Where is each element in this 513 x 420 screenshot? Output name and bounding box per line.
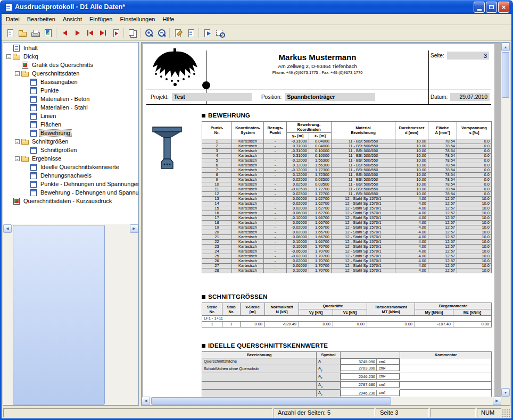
preview-v-scrollbar[interactable]: ▲ ▼ [501, 43, 510, 397]
new-document-button[interactable] [3, 27, 16, 39]
scroll-track[interactable] [150, 397, 493, 405]
menu-item-bearbeiten[interactable]: Bearbeiten [23, 14, 59, 24]
scroll-right-button[interactable]: ▶ [130, 224, 138, 233]
close-icon: × [502, 4, 506, 11]
cell: 1.70700 [309, 268, 332, 273]
page-first-button[interactable] [84, 27, 96, 39]
tree-h-scrollbar[interactable]: ◀ ▶ [3, 224, 138, 405]
cell: 0.00 [367, 322, 415, 327]
notes-button[interactable] [184, 27, 197, 39]
tree-expander-icon[interactable]: - [15, 156, 20, 161]
zoom-out-button[interactable] [155, 27, 168, 39]
scroll-thumb[interactable] [502, 52, 509, 98]
tree-item-linien[interactable]: Linien [3, 112, 138, 120]
export-button[interactable] [201, 27, 213, 39]
menu-item-hilfe[interactable]: Hilfe [159, 14, 178, 24]
tree-item-inhalt[interactable]: Inhalt [3, 44, 138, 52]
tree-item-querschnittsdaten-kurzausdruck[interactable]: Querschnittsdaten - Kurzausdruck [3, 197, 138, 205]
zoom-in-button[interactable] [142, 27, 155, 39]
menu-item-ansicht[interactable]: Ansicht [59, 14, 86, 24]
menu-item-einstellungen[interactable]: Einstellungen [116, 14, 159, 24]
col-header: Biegemomente [415, 303, 492, 309]
cell: Kartesisch [232, 182, 264, 187]
scroll-thumb[interactable] [151, 397, 391, 405]
preview-h-scrollbar[interactable]: ◀ ▶ [142, 397, 501, 405]
tree-item-dickq[interactable]: -Dickq [3, 52, 138, 61]
bewehrung-row: 2Kartesisch-0.310000.0400011 - BSt 500/5… [202, 144, 492, 149]
tree-expander-icon[interactable]: - [15, 71, 20, 76]
scroll-up-button[interactable]: ▲ [501, 43, 510, 51]
bewehrung-row: 22Kartesisch-0.100001.6670012 - Stahl Sp… [202, 240, 492, 245]
graphic-icon [21, 62, 29, 69]
scroll-thumb[interactable] [13, 225, 105, 405]
print-button[interactable] [29, 27, 42, 39]
tree-item-basisangaben[interactable]: Basisangaben [3, 78, 138, 86]
tree-item-punkte-dehnungen-und-spannungen[interactable]: Punkte - Dehnungen und Spannungen [3, 180, 138, 188]
tree-item-ideelle-querschnittskennwerte[interactable]: Ideelle Querschnittskennwerte [3, 163, 138, 171]
page-last-button[interactable] [96, 27, 109, 39]
preview-area[interactable]: Markus Mustermann Am Zellweg 2, D-93464 … [142, 43, 501, 397]
resize-grip[interactable] [502, 408, 510, 417]
tree-item-dehnungsnachweis[interactable]: Dehnungsnachweis [3, 171, 138, 180]
page-next-button[interactable] [71, 27, 84, 39]
scroll-down-button[interactable]: ▼ [501, 388, 510, 397]
cell: 10.00 [395, 139, 428, 144]
graphic-view-button[interactable] [42, 27, 54, 39]
page-goto-icon [111, 29, 120, 37]
tree-item-grafik-des-querschnitts[interactable]: Grafik des Querschnitts [3, 61, 138, 69]
cell: Querschnittsfläche [202, 358, 317, 365]
col-header: Vy [kN] [299, 309, 333, 316]
zoom-window-button[interactable] [213, 27, 226, 39]
cell: 12 - Stahl Sp 1570/1 [332, 235, 395, 240]
scroll-right-button[interactable]: ▶ [493, 397, 501, 405]
scrollbar-corner [501, 397, 510, 405]
tree-item-materialien-stahl[interactable]: Materialien - Stahl [3, 103, 138, 112]
col-header: Stab Nr. [222, 303, 241, 316]
cell: 12.57 [428, 216, 457, 221]
cell: 1.62700 [309, 206, 332, 211]
title-bar[interactable]: Ausdruckprotokoll - D1 Alle Daten* × [2, 0, 511, 14]
tree-item-bewehrung[interactable]: Bewehrung [3, 129, 138, 137]
tree-item-ergebnisse[interactable]: -Ergebnisse [3, 154, 138, 163]
cell: - [264, 173, 287, 178]
cell: -0.02000 [287, 201, 309, 206]
cell: - [264, 182, 287, 187]
bewehrung-row: 9Kartesisch--0.025000.0350011 - BSt 500/… [202, 178, 492, 182]
scroll-track[interactable] [12, 224, 130, 405]
page-prev-button[interactable] [58, 27, 71, 39]
cell: 0.10000 [309, 154, 332, 158]
page-goto-button[interactable] [109, 27, 122, 39]
tree-item-fl-chen[interactable]: Flächen [3, 120, 138, 129]
tree-item-punkte[interactable]: Punkte [3, 86, 138, 95]
scroll-left-button[interactable]: ◀ [3, 224, 12, 233]
tree-item-querschnittsdaten[interactable]: -Querschnittsdaten [3, 69, 138, 78]
page-overview-button[interactable] [126, 27, 138, 39]
menu-item-datei[interactable]: Datei [2, 14, 23, 24]
cross-section-graphic [152, 126, 183, 171]
close-button[interactable]: × [498, 2, 509, 13]
bewehrung-row: 27Kartesisch-0.060001.7070012 - Stahl Sp… [202, 264, 492, 268]
properties-button[interactable] [171, 27, 184, 39]
tree-expander-icon[interactable]: - [15, 139, 20, 144]
col-header: Bewehrung-Koordinaten [287, 122, 332, 133]
maximize-button[interactable] [486, 2, 497, 13]
minimize-button[interactable] [474, 2, 485, 13]
tree-item-label: Querschnittsdaten - Kurzausdruck [22, 198, 113, 204]
tree-item-schnittgr-en[interactable]: Schnittgrößen [3, 146, 138, 154]
scroll-left-button[interactable]: ◀ [142, 397, 150, 405]
app-window: Ausdruckprotokoll - D1 Alle Daten* × Dat… [0, 0, 513, 420]
cell: - [264, 211, 287, 216]
tree-item-materialien-beton[interactable]: Materialien - Beton [3, 95, 138, 103]
scroll-track[interactable] [501, 51, 510, 388]
tree-item-bewehrung-dehnungen-und-spannungen[interactable]: Bewehrung - Dehnungen und Spannungen [3, 188, 138, 197]
open-folder-icon [18, 29, 27, 37]
cell: 17 [202, 216, 232, 221]
tree-item-schnittgr-en[interactable]: -Schnittgrößen [3, 137, 138, 146]
cell: 78.54 [428, 144, 457, 149]
menu-item-einfügen[interactable]: Einfügen [86, 14, 116, 24]
cell: 13 [202, 197, 232, 201]
bewehrung-row: 24Kartesisch--0.060001.7070012 - Stahl S… [202, 249, 492, 254]
cell: 11 - BSt 500/550 [332, 154, 395, 158]
open-folder-button[interactable] [16, 27, 29, 39]
tree-expander-icon[interactable]: - [6, 54, 11, 59]
